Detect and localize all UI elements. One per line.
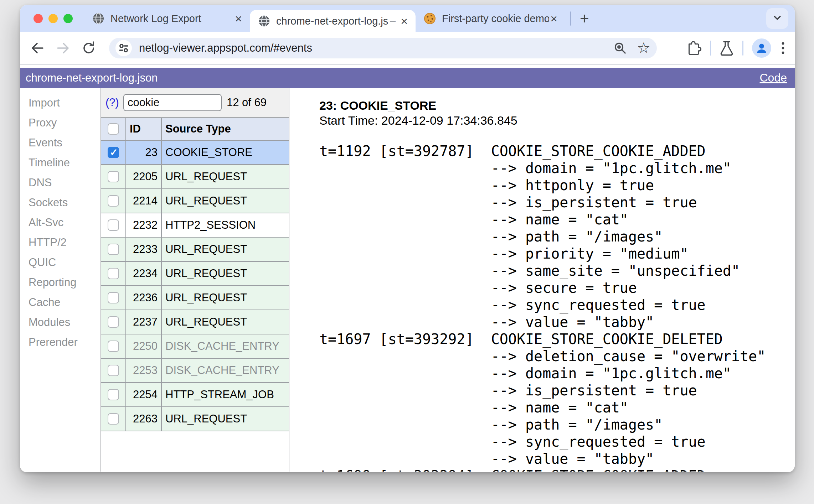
log-text: --> is_persistent = true (491, 194, 697, 211)
table-row[interactable]: 2236URL_REQUEST (101, 286, 289, 310)
sidebar-item-quic[interactable]: QUIC (20, 253, 101, 272)
bookmark-star-icon[interactable]: ☆ (637, 41, 650, 56)
table-row[interactable]: 2253DISK_CACHE_ENTRY (101, 359, 289, 383)
sidebar-item-dns[interactable]: DNS (20, 173, 101, 193)
profile-avatar[interactable] (752, 38, 771, 58)
row-source-type-cell: DISK_CACHE_ENTRY (162, 334, 289, 358)
log-timestamp (319, 433, 491, 450)
row-checkbox[interactable] (108, 365, 119, 376)
filter-input[interactable] (123, 94, 222, 111)
filter-help-link[interactable]: (?) (105, 96, 119, 109)
row-id-cell: 2254 (126, 383, 162, 406)
sidebar-item-http-2[interactable]: HTTP/2 (20, 233, 101, 253)
fullscreen-window-button[interactable] (63, 14, 73, 23)
puzzle-piece-icon (685, 40, 701, 56)
row-checkbox[interactable] (108, 292, 119, 303)
sidebar-item-cache[interactable]: Cache (20, 292, 101, 312)
log-timestamp (319, 245, 491, 262)
address-bar[interactable]: netlog-viewer.appspot.com/#events ☆ (109, 38, 657, 58)
sidebar-item-alt-svc[interactable]: Alt-Svc (20, 213, 101, 233)
row-checkbox[interactable] (108, 219, 119, 231)
table-row[interactable]: 2214URL_REQUEST (101, 189, 289, 213)
row-id-cell: 23 (126, 141, 162, 164)
log-timestamp (319, 228, 491, 245)
tab-close-icon[interactable]: × (233, 12, 243, 25)
forward-button[interactable] (55, 40, 71, 56)
globe-favicon-icon (92, 12, 105, 25)
loaded-file-name: chrome-net-export-log.json (26, 72, 158, 84)
row-checkbox[interactable] (108, 341, 119, 352)
new-tab-button[interactable]: + (576, 11, 593, 26)
extensions-button[interactable] (685, 40, 701, 56)
table-row[interactable]: 2233URL_REQUEST (101, 238, 289, 262)
log-text: --> priority = "medium" (491, 245, 689, 262)
row-check-cell (101, 189, 126, 213)
back-button[interactable] (29, 40, 46, 56)
tab-network-log-export[interactable]: Network Log Export × (84, 5, 250, 32)
tab-close-icon[interactable]: × (399, 15, 409, 27)
table-row[interactable]: 2263URL_REQUEST (101, 407, 289, 431)
log-timestamp (319, 211, 491, 228)
tab-close-icon[interactable]: × (549, 12, 559, 25)
three-dot-menu-icon (780, 41, 785, 56)
sidebar-item-events[interactable]: Events (20, 133, 101, 153)
row-checkbox[interactable] (108, 268, 119, 279)
row-check-cell (101, 141, 126, 164)
row-source-type-cell: COOKIE_STORE (162, 141, 289, 164)
sidebar-item-proxy[interactable]: Proxy (20, 113, 101, 133)
browser-menu-button[interactable] (780, 41, 785, 56)
tab-first-party-cookie-demo[interactable]: First-party cookie demo × (416, 5, 565, 32)
row-id-cell: 2236 (126, 286, 162, 310)
sidebar-item-reporting[interactable]: Reporting (20, 272, 101, 292)
sidebar-item-prerender[interactable]: Prerender (20, 332, 101, 352)
minimize-window-button[interactable] (48, 14, 58, 23)
sidebar-item-timeline[interactable]: Timeline (20, 153, 101, 173)
row-checkbox[interactable] (108, 244, 119, 255)
row-checkbox[interactable] (108, 413, 119, 425)
log-timestamp (319, 279, 491, 296)
column-header-source-type[interactable]: Source Type (162, 118, 289, 140)
row-checkbox[interactable] (108, 389, 119, 400)
zoom-button[interactable] (613, 41, 628, 56)
tab-strip: Network Log Export × chrome-net-export-l… (20, 5, 795, 32)
table-row[interactable]: 23COOKIE_STORE (101, 141, 289, 165)
log-timestamp: t=1699 [st=393294] (319, 467, 491, 472)
close-window-button[interactable] (34, 14, 43, 23)
site-info-button[interactable] (115, 40, 132, 56)
table-row[interactable]: 2205URL_REQUEST (101, 165, 289, 189)
select-all-checkbox[interactable] (108, 123, 119, 135)
table-row[interactable]: 2254HTTP_STREAM_JOB (101, 383, 289, 407)
table-row[interactable]: 2250DISK_CACHE_ENTRY (101, 334, 289, 359)
sidebar-item-sockets[interactable]: Sockets (20, 193, 101, 213)
log-timestamp (319, 313, 491, 331)
reload-button[interactable] (81, 40, 97, 56)
log-line: --> name = "cat" (319, 211, 795, 228)
log-text: --> value = "tabby" (491, 313, 654, 331)
log-text: --> sync_requested = true (491, 296, 706, 313)
url-text[interactable]: netlog-viewer.appspot.com/#events (139, 42, 603, 54)
event-log[interactable]: t=1192 [st=392787]COOKIE_STORE_COOKIE_AD… (319, 142, 795, 472)
row-source-type-cell: DISK_CACHE_ENTRY (162, 359, 289, 382)
tab-chrome-net-export-log[interactable]: chrome-net-export-log.json – × (250, 10, 416, 32)
row-checkbox[interactable] (108, 316, 119, 328)
row-source-type-cell: HTTP2_SESSION (162, 213, 289, 237)
table-row[interactable]: 2237URL_REQUEST (101, 310, 289, 334)
column-header-id[interactable]: ID (126, 118, 162, 140)
log-text: --> value = "tabby" (491, 450, 654, 467)
log-line: --> is_persistent = true (319, 194, 795, 211)
row-id-cell: 2250 (126, 334, 162, 358)
tab-search-button[interactable] (766, 8, 788, 29)
row-checkbox[interactable] (108, 147, 119, 158)
table-row[interactable]: 2234URL_REQUEST (101, 262, 289, 286)
header-check-cell (101, 118, 126, 140)
sidebar-item-import[interactable]: Import (20, 93, 101, 113)
sidebar-item-modules[interactable]: Modules (20, 312, 101, 332)
experiments-button[interactable] (720, 40, 734, 56)
toolbar-separator (742, 41, 743, 56)
row-checkbox[interactable] (108, 195, 119, 207)
row-checkbox[interactable] (108, 171, 119, 182)
row-check-cell (101, 213, 126, 237)
code-link[interactable]: Code (760, 71, 787, 84)
log-line: --> sync_requested = true (319, 433, 795, 450)
table-row[interactable]: 2232HTTP2_SESSION (101, 213, 289, 238)
